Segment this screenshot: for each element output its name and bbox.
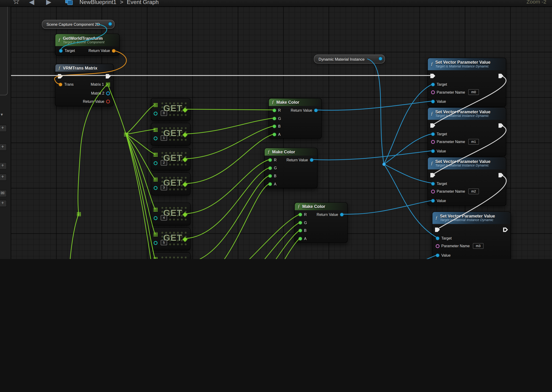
make-color-node[interactable]: ƒMake Color RReturn Value G B A <box>294 202 348 243</box>
add-button[interactable]: + <box>0 125 7 132</box>
a-input-pin[interactable] <box>268 182 272 186</box>
parameter-name-field[interactable]: m1 <box>468 139 479 145</box>
exec-output-pin[interactable] <box>498 123 503 128</box>
array-input-pin[interactable] <box>153 153 158 157</box>
parameter-name-field[interactable]: m0 <box>468 89 479 95</box>
set-vector-parameter-node[interactable]: ƒ Set Vector Parameter ValueTarget is Ma… <box>428 58 506 107</box>
add-button[interactable]: + <box>0 144 7 151</box>
index-input-pin[interactable] <box>154 112 158 116</box>
object-reroute-node[interactable] <box>382 163 386 166</box>
array-get-node[interactable]: GET 6 <box>151 252 191 259</box>
value-input-pin[interactable] <box>431 199 435 203</box>
return-value-output-pin[interactable] <box>112 49 116 53</box>
array-input-pin[interactable] <box>153 257 158 259</box>
array-get-node[interactable]: GET 3 <box>151 173 191 195</box>
parameter-name-input-pin[interactable] <box>431 90 435 94</box>
favorite-star-icon[interactable]: ☆ <box>13 0 20 6</box>
index-input-pin[interactable] <box>154 161 158 165</box>
array-get-node[interactable]: GET 0 <box>151 98 191 121</box>
set-vector-parameter-node[interactable]: ƒSet Vector Parameter ValueTarget is Mat… <box>428 107 506 156</box>
target-input-pin[interactable] <box>59 49 63 53</box>
set-vector-parameter-node[interactable]: ƒSet Vector Parameter ValueTarget is Mat… <box>432 212 511 259</box>
index-input-pin[interactable] <box>154 216 158 220</box>
object-output-pin[interactable] <box>379 57 382 61</box>
array-reroute-node[interactable] <box>124 132 128 137</box>
chevron-down-icon[interactable]: ▾ <box>1 112 3 117</box>
parameter-name-input-pin[interactable] <box>431 140 435 144</box>
return-value-output-pin[interactable] <box>310 158 314 162</box>
parameter-name-field[interactable]: m2 <box>468 189 479 194</box>
value-input-pin[interactable] <box>436 253 440 257</box>
exec-input-pin[interactable] <box>430 74 435 78</box>
target-input-pin[interactable] <box>431 82 435 86</box>
node-title: Set Vector Parameter Value <box>435 60 490 65</box>
a-input-pin[interactable] <box>272 132 276 136</box>
array-reroute-node[interactable] <box>77 212 81 216</box>
add-button[interactable]: + <box>0 174 7 181</box>
vrm-trans-matrix-node[interactable]: ƒ VRMTrans Matrix Trans Matrix 1 Matrix … <box>55 64 114 106</box>
matrix1-array-output-pin[interactable] <box>106 82 110 86</box>
target-input-pin[interactable] <box>431 182 435 186</box>
mail-icon[interactable]: ✉ <box>0 190 7 197</box>
pin-label: G <box>274 166 277 170</box>
exec-output-pin[interactable] <box>106 74 111 79</box>
return-value-output-pin[interactable] <box>340 212 344 216</box>
value-input-pin[interactable] <box>431 149 435 153</box>
set-vector-parameter-node[interactable]: ƒSet Vector Parameter ValueTarget is Mat… <box>428 157 506 206</box>
dynamic-material-variable-node[interactable]: Dynamic Material Instance <box>314 55 385 63</box>
exec-input-pin[interactable] <box>430 123 435 128</box>
exec-output-pin[interactable] <box>503 227 508 232</box>
parameter-name-field[interactable]: m3 <box>473 243 483 249</box>
a-input-pin[interactable] <box>298 237 302 240</box>
exec-output-pin[interactable] <box>498 173 503 177</box>
index-input-pin[interactable] <box>154 137 158 140</box>
exec-input-pin[interactable] <box>430 173 435 177</box>
node-subtitle: Target is Material Instance Dynamic <box>435 164 490 168</box>
array-get-node[interactable]: GET 5 <box>151 228 191 250</box>
make-color-node[interactable]: ƒMake Color RReturn Value G B A <box>264 148 318 188</box>
scene-capture-variable-node[interactable]: Scene Capture Component 2D <box>42 20 115 29</box>
trans-input-pin[interactable] <box>59 82 63 86</box>
array-get-node[interactable]: GET 1 <box>151 123 191 146</box>
parameter-name-input-pin[interactable] <box>431 189 435 193</box>
matrix2-output-pin[interactable] <box>106 91 110 95</box>
value-input-pin[interactable] <box>431 99 435 104</box>
array-get-node[interactable]: GET 2 <box>151 148 191 170</box>
get-world-transform-node[interactable]: ƒ GetWorldTransform Target is Scene Comp… <box>55 34 120 56</box>
forward-arrow-icon[interactable]: ▶ <box>46 0 51 6</box>
g-input-pin[interactable] <box>268 166 272 170</box>
add-button[interactable]: + <box>0 162 7 169</box>
target-input-pin[interactable] <box>436 236 440 240</box>
exec-input-pin[interactable] <box>58 74 63 79</box>
g-input-pin[interactable] <box>272 116 276 120</box>
b-input-pin[interactable] <box>272 124 276 128</box>
return-value-output-pin[interactable] <box>106 99 110 104</box>
parameter-name-input-pin[interactable] <box>436 244 440 248</box>
array-get-node[interactable]: GET 4 <box>151 203 191 225</box>
add-button[interactable]: + <box>0 200 7 207</box>
r-input-pin[interactable] <box>272 108 276 112</box>
exec-output-pin[interactable] <box>498 74 503 78</box>
back-arrow-icon[interactable]: ◀ <box>29 0 34 6</box>
index-input-pin[interactable] <box>154 186 158 190</box>
exec-input-pin[interactable] <box>435 227 440 232</box>
array-input-pin[interactable] <box>153 103 158 107</box>
array-input-pin[interactable] <box>153 207 158 211</box>
b-input-pin[interactable] <box>298 228 302 232</box>
r-input-pin[interactable] <box>298 212 302 216</box>
object-output-pin[interactable] <box>108 22 112 26</box>
r-input-pin[interactable] <box>268 158 272 162</box>
target-input-pin[interactable] <box>431 132 435 136</box>
node-title: Set Vector Parameter Value <box>435 110 490 114</box>
breadcrumb-title[interactable]: NewBlueprint1 <box>79 0 116 5</box>
b-input-pin[interactable] <box>268 174 272 178</box>
index-input-pin[interactable] <box>154 241 158 245</box>
make-color-node[interactable]: ƒ Make Color R Return Value G B A <box>269 98 322 139</box>
pin-label: Target <box>65 49 75 53</box>
breadcrumb-graph[interactable]: Event Graph <box>127 0 159 5</box>
g-input-pin[interactable] <box>298 221 302 224</box>
array-input-pin[interactable] <box>153 128 158 132</box>
return-value-output-pin[interactable] <box>314 108 318 112</box>
array-input-pin[interactable] <box>153 232 158 236</box>
array-input-pin[interactable] <box>153 177 158 182</box>
